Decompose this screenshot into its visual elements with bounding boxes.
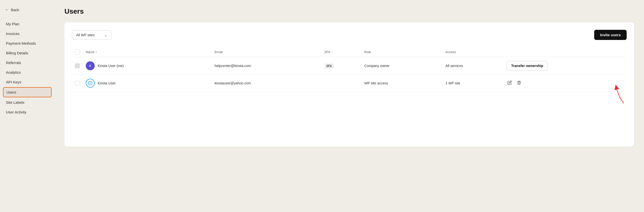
row2-actions xyxy=(504,75,627,92)
transfer-ownership-button[interactable]: Transfer ownership xyxy=(506,61,548,71)
row2-2fa xyxy=(322,75,362,92)
row2-role: WP site access xyxy=(362,75,442,92)
row1-role: Company owner xyxy=(362,57,442,75)
sidebar-item-users[interactable]: Users xyxy=(3,87,52,97)
sidebar-item-billing-details[interactable]: Billing Details xyxy=(3,48,52,58)
th-access: Access xyxy=(442,47,504,57)
th-checkbox xyxy=(72,47,83,57)
row1-avatar: K xyxy=(86,61,95,70)
th-name[interactable]: Name ↑ xyxy=(83,47,212,57)
site-filter-dropdown[interactable]: All WP sites ⌄ xyxy=(72,30,112,40)
edit-user-button[interactable] xyxy=(506,79,513,87)
row1-email: helpcenter@kinsta.com xyxy=(212,57,322,75)
sidebar-item-my-plan[interactable]: My Plan xyxy=(3,19,52,29)
th-email: Email xyxy=(212,47,322,57)
row1-name-cell: K Kinsta User (me) xyxy=(83,57,212,75)
sidebar-item-invoices[interactable]: Invoices xyxy=(3,29,52,38)
row2-email: kinstauser@yahoo.com xyxy=(212,75,322,92)
sidebar-item-referrals[interactable]: Referrals xyxy=(3,58,52,67)
row1-2fa: 2FA xyxy=(322,57,362,75)
sidebar-item-api-keys[interactable]: API Keys xyxy=(3,77,52,87)
row1-access: All services xyxy=(442,57,504,75)
table-row: K Kinsta User (me) helpcenter@kinsta.com… xyxy=(72,57,627,75)
th-actions xyxy=(504,47,627,57)
table-header-row: Name ↑ Email 2FA Role Access xyxy=(72,47,627,57)
row1-access-value: All services xyxy=(446,64,463,68)
row2-checkbox[interactable] xyxy=(75,81,80,86)
row2-name: Kinsta User xyxy=(98,81,116,85)
back-label: Back xyxy=(11,8,19,12)
row1-checkbox[interactable] xyxy=(75,63,80,68)
row1-actions: Transfer ownership xyxy=(504,57,627,75)
sidebar-item-payment-methods[interactable]: Payment Methods xyxy=(3,39,52,48)
back-arrow-icon: ← xyxy=(5,8,9,12)
th-name-label: Name xyxy=(86,50,94,54)
toolbar: All WP sites ⌄ Invite users xyxy=(72,30,627,40)
users-table: Name ↑ Email 2FA Role Access xyxy=(72,47,627,92)
select-all-checkbox[interactable] xyxy=(75,49,80,54)
row2-avatar xyxy=(86,79,95,88)
delete-user-button[interactable] xyxy=(516,79,522,87)
sidebar-item-analytics[interactable]: Analytics xyxy=(3,68,52,77)
table-row: Kinsta User kinstauser@yahoo.com WP site… xyxy=(72,75,627,92)
row2-name-cell: Kinsta User xyxy=(83,75,212,92)
row1-2fa-badge: 2FA xyxy=(324,64,334,69)
row1-checkbox-cell xyxy=(72,57,83,75)
sidebar-item-user-activity[interactable]: User Activity xyxy=(3,107,52,117)
page-title: Users xyxy=(64,8,634,15)
sidebar-item-site-labels[interactable]: Site Labels xyxy=(3,98,52,107)
invite-users-button[interactable]: Invite users xyxy=(594,30,627,40)
th-2fa: 2FA xyxy=(322,47,362,57)
back-button[interactable]: ← Back xyxy=(0,5,54,17)
row2-checkbox-cell xyxy=(72,75,83,92)
row1-name: Kinsta User (me) xyxy=(98,64,124,68)
row2-access-value: 1 WP site xyxy=(446,81,460,85)
th-role: Role xyxy=(362,47,442,57)
sidebar: ← Back My Plan Invoices Payment Methods … xyxy=(0,0,54,212)
main-content: Users All WP sites ⌄ Invite users xyxy=(54,0,644,212)
site-filter-value: All WP sites xyxy=(76,33,94,37)
sidebar-navigation: My Plan Invoices Payment Methods Billing… xyxy=(0,17,54,119)
red-arrow-annotation xyxy=(611,85,626,105)
sort-icon: ↑ xyxy=(96,50,97,54)
row2-access: 1 WP site xyxy=(442,75,504,92)
row2-action-icons xyxy=(506,79,624,87)
chevron-down-icon: ⌄ xyxy=(104,33,107,37)
content-card: All WP sites ⌄ Invite users Name xyxy=(64,22,634,146)
